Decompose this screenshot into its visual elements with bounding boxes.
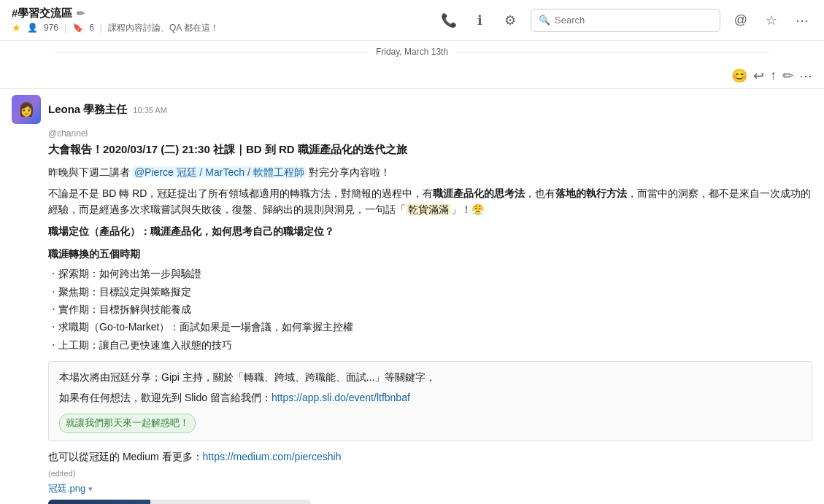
list-item: 實作期：目標拆解與技能養成 (48, 301, 812, 318)
image-preview: Bizthinker 分享 BD 到 RD 職涯產品化的迭代之旅 👤 Slack… (48, 500, 311, 504)
bookmark-icon-small: 🔖 (72, 23, 83, 33)
highlight-phrase: 乾貨滿滿 (406, 203, 451, 215)
pill-text: 就讓我們那天來一起解惑吧！ (59, 414, 196, 433)
bold-phrase-1: 職涯產品化的思考法 (433, 187, 525, 199)
message-body: @channel 大會報告！2020/03/17 (二) 21:30 社課｜BD… (48, 127, 812, 465)
section2-title: 職涯轉換的五個時期 (48, 246, 812, 262)
channel-description: 課程內容討論、QA 都在這！ (108, 22, 219, 34)
attachment-chevron-icon: ▾ (88, 484, 93, 494)
date-label: Friday, March 13th (376, 47, 448, 57)
star-icon[interactable]: ★ (12, 22, 21, 34)
image-right-panel: BD 到 RD 職涯產品化的迭代之旅 👤 Slack 邀請 ✉ Pierce 冠… (150, 500, 311, 504)
image-left-panel: Bizthinker 分享 (48, 500, 150, 504)
bookmark-button[interactable]: ☆ (761, 10, 782, 31)
member-count: 976 (44, 23, 58, 33)
list-item: 聚焦期：目標設定與策略擬定 (48, 283, 812, 301)
slido-link[interactable]: https://app.sli.do/event/ltfbnbaf (272, 392, 410, 403)
message-meta: Leona 學務主任 10:35 AM (48, 103, 167, 117)
medium-line: 也可以從冠廷的 Medium 看更多：https://medium.com/pi… (48, 449, 812, 465)
sender-name: Leona 學務主任 (48, 103, 127, 117)
phone-button[interactable]: 📞 (439, 10, 459, 31)
bookmark-count: 6 (89, 23, 94, 33)
channel-tag: @channel (48, 127, 812, 141)
avatar-image: 👩 (12, 95, 41, 124)
message-intro: 昨晚與下週二講者 @Pierce 冠廷 / MarTech / 軟體工程師 對完… (48, 164, 812, 180)
channel-meta: ★ 👤 976 | 🔖 6 | 課程內容討論、QA 都在這！ (12, 22, 219, 34)
search-box[interactable]: 🔍 (531, 9, 720, 32)
reply-button[interactable]: ↩ (753, 68, 764, 84)
medium-link[interactable]: https://medium.com/pierceshih (203, 451, 342, 462)
box-line2: 如果有任何想法，歡迎先到 Slido 留言給我們：https://app.sli… (59, 389, 801, 406)
message-title: 大會報告！2020/03/17 (二) 21:30 社課｜BD 到 RD 職涯產… (48, 141, 812, 158)
top-header: #學習交流區 ✏ ★ 👤 976 | 🔖 6 | 課程內容討論、QA 都在這！ … (0, 0, 824, 41)
message-action-bar: 😊 ↩ ↑ ✏ ⋯ (0, 63, 824, 89)
list-item: 上工期：讓自己更快速進入狀態的技巧 (48, 336, 812, 354)
message-header: 👩 Leona 學務主任 10:35 AM (12, 95, 812, 124)
attachment-label: 冠廷.png ▾ (48, 482, 812, 495)
date-divider: Friday, March 13th (0, 41, 824, 63)
settings-button[interactable]: ⚙ (500, 10, 520, 31)
search-icon: 🔍 (539, 15, 550, 26)
list-item: 探索期：如何跨出第一步與驗證 (48, 265, 812, 282)
edited-label: (edited) (48, 469, 812, 478)
highlight-box: 本場次將由冠廷分享；Gipi 主持，關於「轉職、跨域、跨職能、面試...」等關鍵… (48, 361, 812, 441)
channel-title-row: #學習交流區 ✏ (12, 7, 219, 20)
section1-title: 職場定位（產品化）：職涯產品化，如何思考自己的職場定位？ (48, 223, 812, 239)
mention-button[interactable]: @ (731, 10, 751, 31)
channel-name: #學習交流區 (12, 7, 72, 20)
bullet-list: 探索期：如何跨出第一步與驗證 聚焦期：目標設定與策略擬定 實作期：目標拆解與技能… (48, 265, 812, 354)
message-body-line1: 不論是不是 BD 轉 RD，冠廷提出了所有領域都適用的轉職方法，對簡報的過程中，… (48, 185, 812, 218)
search-input[interactable] (555, 15, 712, 26)
channel-info: #學習交流區 ✏ ★ 👤 976 | 🔖 6 | 課程內容討論、QA 都在這！ (12, 7, 219, 34)
header-right-actions: 📞 ℹ ⚙ 🔍 @ ☆ ⋯ (439, 9, 812, 32)
edit-icon[interactable]: ✏ (77, 8, 85, 19)
mention-pierce[interactable]: @Pierce 冠廷 / MarTech / 軟體工程師 (133, 166, 306, 178)
box-line1: 本場次將由冠廷分享；Gipi 主持，關於「轉職、跨域、跨職能、面試...」等關鍵… (59, 369, 801, 385)
info-button[interactable]: ℹ (469, 10, 490, 31)
sender-avatar: 👩 (12, 95, 41, 124)
more-button[interactable]: ⋯ (792, 10, 812, 31)
emoji-button[interactable]: 😊 (731, 68, 747, 84)
list-item: 求職期（Go-to-Market）：面試如果是一場會議，如何掌握主控權 (48, 318, 812, 336)
bold-phrase-2: 落地的執行方法 (555, 187, 627, 199)
message-list: 👩 Leona 學務主任 10:35 AM @channel 大會報告！2020… (0, 89, 824, 504)
share-button[interactable]: ↑ (770, 68, 777, 83)
attachment-name[interactable]: 冠廷.png (48, 482, 85, 495)
more-actions-button[interactable]: ⋯ (799, 68, 812, 84)
member-icon: 👤 (27, 23, 38, 33)
message-timestamp: 10:35 AM (133, 106, 166, 115)
edit-message-button[interactable]: ✏ (782, 68, 793, 84)
